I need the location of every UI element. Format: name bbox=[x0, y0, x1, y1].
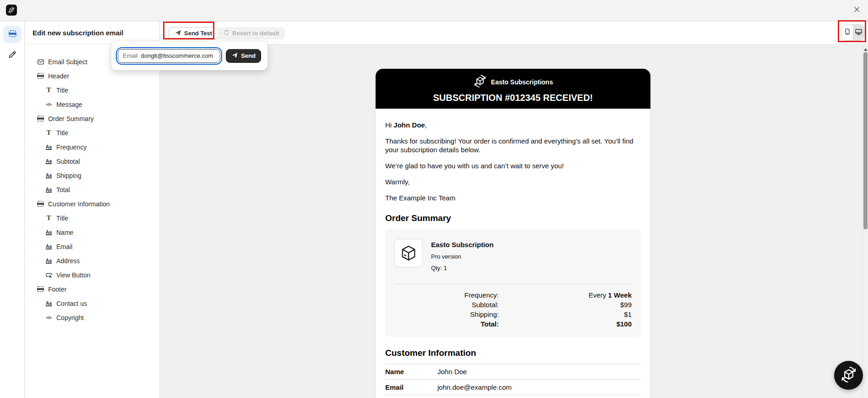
total-row-value: Every 1 Week bbox=[499, 290, 632, 300]
left-rail bbox=[0, 22, 25, 398]
order-summary-heading[interactable]: Order Summary bbox=[385, 214, 641, 222]
sidebar-item-copyright[interactable]: </>Copyright bbox=[25, 310, 159, 325]
total-row-value: $100 bbox=[499, 319, 632, 329]
text-style-icon: Aa bbox=[45, 257, 53, 265]
sidebar-item-subtotal[interactable]: AaSubtotal bbox=[25, 154, 159, 168]
sidebar-item-title[interactable]: TTitle bbox=[25, 126, 159, 140]
email-structure-sidebar: Edit new subscription email Email Subjec… bbox=[25, 22, 160, 398]
sidebar-item-label: Email bbox=[56, 243, 72, 250]
message-signature[interactable]: The Example Inc Team bbox=[385, 193, 641, 202]
toolbar: Send Test Revert to default bbox=[160, 22, 868, 44]
message-paragraph[interactable]: We’re glad to have you with us and can’t… bbox=[385, 161, 641, 170]
sidebar-item-label: Subtotal bbox=[56, 158, 80, 165]
close-icon[interactable] bbox=[852, 5, 861, 13]
customer-info-heading[interactable]: Customer Information bbox=[385, 348, 641, 357]
customer-info-row: NameJohn Doe bbox=[385, 364, 641, 380]
customer-info-label: Email bbox=[385, 383, 437, 392]
sidebar-item-total[interactable]: AaTotal bbox=[25, 182, 159, 197]
sidebar-item-header[interactable]: Header bbox=[25, 69, 159, 83]
support-chat-button[interactable] bbox=[834, 361, 863, 390]
rail-sections-tab[interactable] bbox=[3, 26, 22, 43]
text-title-icon: T bbox=[45, 214, 53, 222]
sidebar-item-order-summary[interactable]: Order Summary bbox=[25, 111, 159, 126]
mobile-preview-button[interactable] bbox=[842, 25, 853, 40]
revert-to-default-button: Revert to default bbox=[218, 27, 285, 39]
total-row-value: $99 bbox=[499, 300, 632, 310]
scrollbar-up-arrow-icon[interactable] bbox=[864, 46, 868, 51]
sidebar-item-contact-us[interactable]: AaContact us bbox=[25, 296, 159, 310]
email-title: SUBSCRIPTION #012345 RECEIVED! bbox=[433, 93, 593, 103]
customer-info-table: NameJohn DoeEmailjohn.doe@example.comAdd… bbox=[385, 364, 641, 398]
total-row-value: $1 bbox=[499, 310, 632, 319]
order-totals: Frequency:Every 1 WeekSubtotal:$99Shippi… bbox=[394, 290, 632, 329]
sidebar-item-label: Footer bbox=[48, 286, 66, 293]
section-icon bbox=[37, 200, 44, 208]
message-closing[interactable]: Warmly, bbox=[385, 177, 641, 186]
send-test-popover: Email donglt@bsscommerce.com Send bbox=[111, 41, 267, 70]
text-style-icon: Aa bbox=[45, 299, 53, 307]
test-email-input[interactable]: Email donglt@bsscommerce.com bbox=[118, 49, 220, 63]
text-title-icon: T bbox=[45, 86, 53, 94]
product-name: Easto Subscription bbox=[431, 240, 494, 249]
package-box-icon bbox=[394, 239, 423, 267]
sidebar-item-label: Customer Information bbox=[48, 200, 110, 208]
text-title-icon: T bbox=[45, 129, 53, 137]
email-section-tree: Email Subject HeaderTTitle</>Message Ord… bbox=[25, 44, 159, 325]
code-icon: </> bbox=[45, 100, 53, 108]
sidebar-item-label: Email Subject bbox=[48, 58, 87, 66]
section-icon bbox=[8, 29, 17, 40]
sidebar-item-shipping[interactable]: AaShipping bbox=[25, 168, 159, 182]
sidebar-item-title[interactable]: TTitle bbox=[25, 211, 159, 225]
sidebar-item-label: Address bbox=[56, 257, 80, 265]
sidebar-item-frequency[interactable]: AaFrequency bbox=[25, 140, 159, 154]
product-row: Easto Subscription Pro version Qty: 1 bbox=[394, 239, 632, 272]
brand-name: Easto Subscriptions bbox=[491, 78, 553, 86]
text-style-icon: Aa bbox=[45, 171, 53, 179]
sidebar-item-label: Frequency bbox=[56, 144, 87, 151]
customer-info-label: Name bbox=[385, 367, 437, 376]
message-paragraph[interactable]: Thanks for subscribing! Your order is co… bbox=[385, 137, 641, 154]
sidebar-item-label: View Button bbox=[56, 271, 90, 279]
preview-scrollbar[interactable] bbox=[863, 45, 868, 398]
sidebar-item-customer-information[interactable]: Customer Information bbox=[25, 197, 159, 211]
sidebar-item-message[interactable]: </>Message bbox=[25, 97, 159, 111]
email-input-value: donglt@bsscommerce.com bbox=[141, 52, 213, 59]
desktop-preview-button[interactable] bbox=[853, 25, 864, 40]
email-body: Hi John Doe, Thanks for subscribing! You… bbox=[376, 109, 650, 398]
text-style-icon: Aa bbox=[45, 228, 53, 236]
email-input-label: Email bbox=[123, 52, 138, 59]
order-total-row: Shipping:$1 bbox=[394, 310, 632, 319]
email-preview-pane: Easto Subscriptions SUBSCRIPTION #012345… bbox=[160, 45, 868, 398]
send-button[interactable]: Send bbox=[226, 49, 261, 63]
email-header-section[interactable]: Easto Subscriptions SUBSCRIPTION #012345… bbox=[376, 69, 650, 109]
total-row-label: Subtotal: bbox=[394, 300, 499, 310]
device-preview-toggle bbox=[841, 24, 864, 41]
total-row-label: Frequency: bbox=[394, 290, 499, 300]
text-style-icon: Aa bbox=[45, 243, 53, 250]
sidebar-item-label: Message bbox=[56, 101, 82, 108]
button-icon bbox=[45, 271, 53, 279]
sidebar-item-view-button[interactable]: View Button bbox=[25, 268, 159, 282]
sidebar-item-title[interactable]: TTitle bbox=[25, 83, 159, 97]
mobile-icon bbox=[844, 28, 851, 37]
total-row-label: Shipping: bbox=[394, 310, 499, 319]
scrollbar-thumb[interactable] bbox=[863, 52, 868, 229]
easto-cube-logo-icon bbox=[840, 366, 857, 385]
order-summary-box[interactable]: Easto Subscription Pro version Qty: 1 Fr… bbox=[385, 229, 641, 337]
sidebar-item-footer[interactable]: Footer bbox=[25, 282, 159, 296]
sidebar-item-label: Order Summary bbox=[48, 115, 94, 122]
greeting[interactable]: Hi John Doe, bbox=[385, 121, 641, 129]
order-total-row: Subtotal:$99 bbox=[394, 300, 632, 310]
sidebar-item-label: Total bbox=[56, 186, 70, 193]
customer-info-value: john.doe@example.com bbox=[437, 383, 512, 392]
sidebar-item-address[interactable]: AaAddress bbox=[25, 254, 159, 268]
product-qty: Qty: 1 bbox=[431, 264, 494, 272]
total-row-label: Total: bbox=[394, 319, 499, 329]
pencil-icon[interactable] bbox=[8, 50, 17, 59]
customer-info-row: Address123 Main St, Anytown, USA bbox=[385, 395, 641, 398]
sidebar-item-name[interactable]: AaName bbox=[25, 225, 159, 239]
sidebar-item-email[interactable]: AaEmail bbox=[25, 239, 159, 254]
send-test-button[interactable]: Send Test bbox=[169, 27, 218, 39]
sidebar-item-label: Title bbox=[56, 129, 68, 137]
sidebar-item-label: Shipping bbox=[56, 172, 82, 179]
